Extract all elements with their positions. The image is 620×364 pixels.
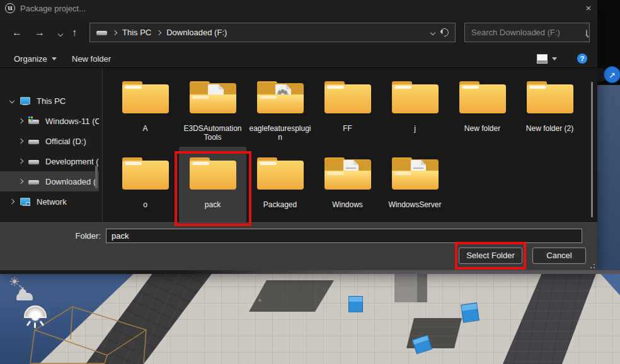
- cloud-icon[interactable]: [16, 293, 33, 300]
- cancel-button[interactable]: Cancel: [532, 247, 586, 264]
- folder-name: New folder: [464, 124, 500, 133]
- address-bar[interactable]: This PC Downloaded (F:): [89, 23, 456, 42]
- launch-arrow-icon: ↗: [609, 71, 616, 80]
- forward-button[interactable]: →: [31, 24, 49, 42]
- screen: ↗ ☀↘: [0, 0, 620, 364]
- folder-name: o: [143, 200, 147, 209]
- skylight-ray: [40, 321, 45, 326]
- folder-tile[interactable]: FF: [314, 71, 381, 147]
- folder-icon: [186, 76, 240, 117]
- new-folder-button[interactable]: New folder: [72, 49, 111, 68]
- folder-name: E3DSAutomation Tools: [180, 124, 245, 142]
- help-icon: ?: [577, 54, 587, 64]
- tree-chevron-icon[interactable]: [9, 98, 14, 103]
- folder-tile[interactable]: E3DSAutomation Tools: [179, 71, 246, 147]
- folder-tile[interactable]: j: [381, 71, 449, 147]
- folder-icon: [253, 76, 307, 117]
- caret-down-icon: [52, 57, 57, 60]
- unreal-logo-icon: u: [5, 3, 15, 13]
- back-button[interactable]: ←: [8, 24, 26, 42]
- folder-icon: [456, 76, 510, 117]
- folder-tile[interactable]: WindowsServer: [381, 147, 449, 222]
- organize-button[interactable]: Organize: [14, 49, 57, 68]
- navigation-bar: ← → ↑ This PC Downloaded (F:): [0, 16, 597, 49]
- command-toolbar: Organize New folder ?: [0, 49, 597, 68]
- sidebar-item[interactable]: Network: [0, 191, 99, 212]
- folder-name: New folder (2): [526, 124, 573, 133]
- skylight-icon[interactable]: [23, 305, 48, 328]
- folder-name: j: [414, 124, 416, 133]
- folder-tile[interactable]: A: [112, 71, 179, 147]
- launch-button[interactable]: ↗: [604, 66, 620, 83]
- folder-name: FF: [343, 124, 352, 133]
- tree-chevron-icon[interactable]: [18, 159, 23, 164]
- breadcrumb-downloaded[interactable]: Downloaded (F:): [166, 28, 227, 37]
- folder-icon: [118, 76, 173, 117]
- dialog-titlebar[interactable]: u Package project... ×: [0, 0, 597, 16]
- tree-chevron-icon[interactable]: [9, 199, 14, 204]
- folder-name-input[interactable]: [106, 229, 582, 243]
- folder-icon: [321, 152, 375, 193]
- view-options-button[interactable]: [537, 49, 557, 68]
- tree-chevron-icon[interactable]: [18, 118, 23, 123]
- chevron-down-icon: [58, 31, 63, 37]
- folder-field-row: Folder:: [0, 229, 597, 243]
- tree-item-label: Downloaded (: [45, 177, 96, 186]
- sun-icon[interactable]: ☀↘: [9, 274, 20, 289]
- folder-icon: [523, 76, 577, 117]
- skylight-ray: [26, 321, 32, 326]
- skylight-ray: [34, 322, 36, 328]
- new-folder-label: New folder: [72, 54, 111, 64]
- tree-chevron-icon[interactable]: [18, 139, 23, 144]
- refresh-icon[interactable]: [439, 26, 450, 38]
- address-dropdown-icon[interactable]: [430, 30, 435, 35]
- file-dialog: u Package project... × ← → ↑ This PC Dow…: [0, 0, 597, 271]
- tree-item-icon: [20, 96, 31, 106]
- file-list-scrollbar[interactable]: [591, 82, 593, 217]
- tree-item-icon: [28, 177, 40, 186]
- tree-item-label: Development (: [45, 157, 99, 166]
- up-button[interactable]: ↑: [66, 24, 83, 42]
- sidebar-scrollbar[interactable]: [95, 166, 98, 188]
- sidebar-item[interactable]: Windows-11 (C: [0, 111, 99, 131]
- breadcrumb-this-pc[interactable]: This PC: [122, 28, 151, 37]
- dialog-title: Package project...: [20, 4, 86, 13]
- caret-down-icon: [552, 57, 557, 60]
- close-button[interactable]: ×: [580, 0, 597, 16]
- navigation-pane: This PC Windows-11 (C Official (D:): [0, 68, 103, 222]
- search-input[interactable]: [471, 28, 582, 37]
- resize-grip[interactable]: [594, 267, 595, 268]
- folder-tile[interactable]: o: [112, 147, 179, 222]
- scene-sky-corner: [597, 270, 620, 295]
- search-box[interactable]: [464, 23, 590, 42]
- sidebar-item[interactable]: This PC: [0, 91, 99, 111]
- scene-right-wall: [491, 270, 605, 364]
- help-button[interactable]: ?: [577, 49, 587, 68]
- folder-tile[interactable]: New folder (2): [516, 71, 583, 147]
- folder-icon: [388, 152, 442, 193]
- tree-chevron-icon[interactable]: [18, 179, 23, 184]
- sidebar-item[interactable]: Downloaded (: [0, 171, 99, 191]
- annotation-box-select-folder: [455, 242, 526, 270]
- organize-label: Organize: [14, 54, 47, 64]
- scene-pebble: [258, 299, 261, 302]
- editor-background-right: ↗: [597, 0, 620, 271]
- folder-icon: [388, 76, 442, 117]
- folder-tile[interactable]: New folder: [449, 71, 516, 147]
- folder-tile[interactable]: Packaged: [246, 147, 314, 222]
- folder-name: eaglefeaturesplugin: [248, 124, 313, 142]
- folder-tile[interactable]: Windows: [314, 147, 381, 222]
- viewport-scene: ☀↘: [0, 270, 620, 364]
- folder-name: Packaged: [263, 200, 297, 209]
- sidebar-item[interactable]: Official (D:): [0, 131, 99, 151]
- folder-name: A: [142, 124, 147, 133]
- search-icon[interactable]: [586, 30, 587, 35]
- tree-item-icon: [28, 117, 40, 126]
- chevron-right-icon: [156, 30, 161, 35]
- tree-item-label: Network: [37, 197, 67, 207]
- tree-item-label: Official (D:): [45, 137, 86, 146]
- blue-cube: [461, 302, 479, 322]
- sidebar-item[interactable]: Development (: [0, 151, 99, 171]
- skylight-bulb: [32, 313, 39, 321]
- folder-tile[interactable]: eaglefeaturesplugin: [246, 71, 314, 147]
